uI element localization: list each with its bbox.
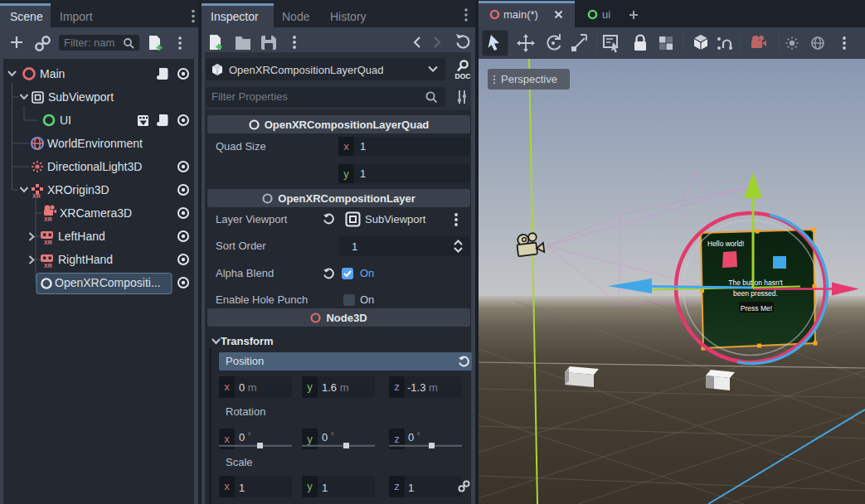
svg-text:XR: XR bbox=[32, 193, 41, 199]
svg-text:Hello world!: Hello world! bbox=[707, 240, 744, 248]
svg-text:XR: XR bbox=[44, 240, 52, 245]
svg-text:XR: XR bbox=[44, 263, 52, 269]
svg-text:XR: XR bbox=[44, 216, 52, 222]
svg-text:The button hasn't: The button hasn't bbox=[728, 279, 783, 287]
svg-text:been pressed.: been pressed. bbox=[733, 289, 778, 298]
svg-text:DOC: DOC bbox=[455, 72, 471, 80]
svg-text:Press Me!: Press Me! bbox=[741, 304, 772, 313]
